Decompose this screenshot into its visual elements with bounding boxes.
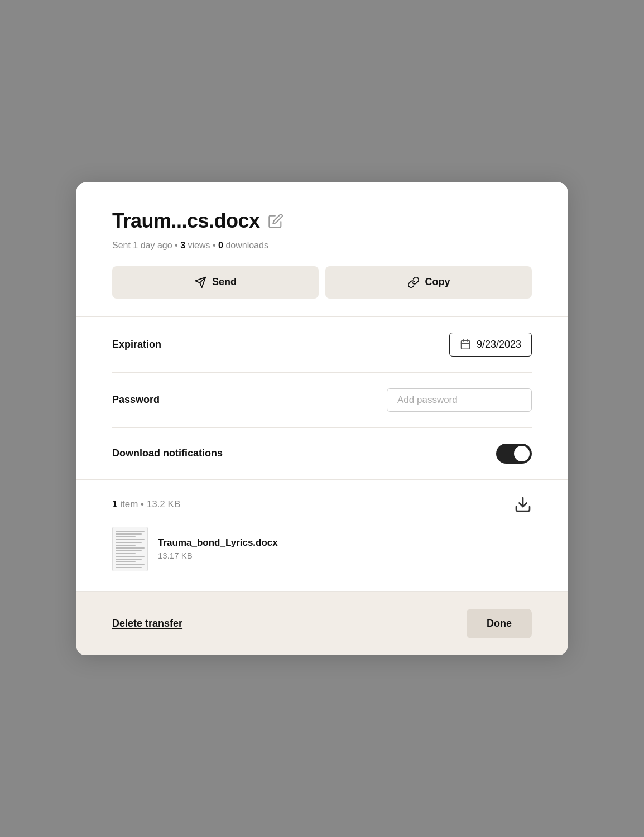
transfer-modal: Traum...cs.docx Sent 1 day ago • 3 views… xyxy=(76,182,568,655)
thumb-line-12 xyxy=(116,561,136,562)
expiration-date-picker[interactable]: 9/23/2023 xyxy=(449,333,532,357)
file-info: Trauma_bond_Lyrics.docx 13.17 KB xyxy=(158,537,278,560)
svg-rect-2 xyxy=(461,340,469,349)
thumb-line-6 xyxy=(116,545,136,546)
modal-footer: Delete transfer Done xyxy=(76,591,568,655)
send-label: Send xyxy=(212,276,237,288)
password-row: Password xyxy=(112,373,532,428)
action-buttons: Send Copy xyxy=(112,266,532,299)
files-header: 1 item • 13.2 KB xyxy=(112,496,532,513)
file-name: Trauma_bond_Lyrics.docx xyxy=(158,537,278,549)
thumb-line-3 xyxy=(116,536,136,537)
edit-icon[interactable] xyxy=(268,213,283,229)
calendar-icon xyxy=(460,339,471,350)
thumb-line-5 xyxy=(116,542,142,543)
modal-header: Traum...cs.docx Sent 1 day ago • 3 views… xyxy=(76,182,568,316)
send-icon xyxy=(194,276,206,288)
notifications-toggle[interactable] xyxy=(496,444,532,464)
done-button[interactable]: Done xyxy=(467,609,532,638)
thumb-line-2 xyxy=(116,533,142,535)
thumb-line-14 xyxy=(116,567,142,568)
password-label: Password xyxy=(112,394,160,406)
expiration-label: Expiration xyxy=(112,339,161,350)
thumb-line-4 xyxy=(116,539,145,540)
notifications-label: Download notifications xyxy=(112,448,223,459)
thumbnail-lines xyxy=(113,527,147,571)
delete-transfer-button[interactable]: Delete transfer xyxy=(112,618,182,629)
thumb-line-1 xyxy=(116,531,145,532)
toggle-slider xyxy=(496,444,532,464)
download-all-icon[interactable] xyxy=(514,496,532,513)
file-item: Trauma_bond_Lyrics.docx 13.17 KB xyxy=(112,527,532,571)
file-thumbnail xyxy=(112,527,148,571)
files-count: 1 item • 13.2 KB xyxy=(112,499,180,510)
password-input[interactable] xyxy=(387,388,532,412)
thumb-line-13 xyxy=(116,564,145,565)
title-row: Traum...cs.docx xyxy=(112,209,532,233)
thumb-line-8 xyxy=(116,550,142,551)
notifications-row: Download notifications xyxy=(112,428,532,479)
thumb-line-9 xyxy=(116,553,136,554)
file-size: 13.17 KB xyxy=(158,551,278,560)
modal-title: Traum...cs.docx xyxy=(112,209,260,233)
send-button[interactable]: Send xyxy=(112,266,319,299)
expiration-value: 9/23/2023 xyxy=(477,339,521,350)
copy-button[interactable]: Copy xyxy=(325,266,532,299)
thumb-line-10 xyxy=(116,556,145,557)
thumb-line-7 xyxy=(116,547,145,549)
expiration-row: Expiration 9/23/2023 xyxy=(112,317,532,373)
copy-label: Copy xyxy=(425,276,450,288)
settings-section: Expiration 9/23/2023 Password Download n… xyxy=(76,316,568,479)
copy-link-icon xyxy=(407,276,420,288)
thumb-line-11 xyxy=(116,559,142,560)
transfer-subtitle: Sent 1 day ago • 3 views • 0 downloads xyxy=(112,240,532,251)
files-section: 1 item • 13.2 KB xyxy=(76,479,568,591)
